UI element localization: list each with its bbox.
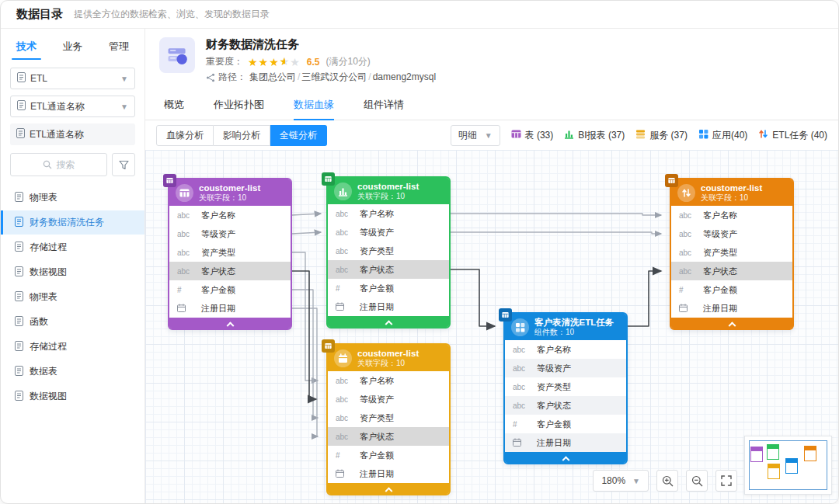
field-row[interactable]: abc客户状态 (328, 427, 449, 446)
field-row[interactable]: abc客户名称 (328, 371, 449, 390)
node-header[interactable]: 客户表清洗ETL任务组件数：10 (505, 314, 626, 340)
legend-item[interactable]: 服务 (37) (635, 129, 688, 142)
field-row[interactable]: #客户金额 (328, 446, 449, 464)
service-icon (635, 129, 646, 141)
sidebar-item[interactable]: 存储过程 (1, 335, 144, 359)
calendar-icon (336, 302, 344, 312)
field-row[interactable]: 注册日期 (169, 299, 291, 318)
field-row[interactable]: abc等级资产 (671, 224, 792, 243)
sidebar-tab-2[interactable]: 业务 (61, 36, 85, 60)
node-collapse-toggle[interactable] (671, 318, 792, 328)
field-row[interactable]: 注册日期 (328, 297, 449, 316)
sidebar-item[interactable]: 物理表 (1, 285, 144, 309)
node-collapse-toggle[interactable] (169, 318, 291, 328)
field-row[interactable]: 注册日期 (328, 464, 449, 483)
node-collapse-toggle[interactable] (505, 452, 626, 463)
filter-button[interactable] (112, 153, 135, 176)
path-segment[interactable]: 集团总公司 (249, 71, 296, 82)
mode-button-1[interactable]: 血缘分析 (156, 125, 214, 146)
grid-icon (698, 129, 708, 141)
field-row[interactable]: abc客户名称 (328, 204, 449, 223)
main-tab-1[interactable]: 概览 (164, 98, 184, 120)
sidebar-item[interactable]: 数据表 (1, 360, 144, 384)
field-row[interactable]: abc客户状态 (671, 262, 792, 280)
sidebar-item[interactable]: 存储过程 (1, 235, 144, 259)
field-row[interactable]: abc资产类型 (505, 377, 626, 396)
node-header[interactable]: coustomer-list关联字段：10 (169, 179, 291, 206)
lineage-node-etl-blue[interactable]: 客户表清洗ETL任务组件数：10abc客户名称abc等级资产abc资产类型abc… (503, 312, 628, 464)
sidebar-item-label: 物理表 (30, 290, 57, 304)
sidebar-item[interactable]: 财务数据清洗任务 (1, 210, 144, 235)
page-title: 数据目录 (16, 7, 63, 22)
sidebar-item[interactable]: 物理表 (1, 186, 144, 210)
mode-button-3[interactable]: 全链分析 (270, 125, 327, 146)
fullscreen-button[interactable] (715, 470, 737, 492)
sidebar-item[interactable]: 数据视图 (1, 260, 144, 284)
star-rating[interactable]: ★★★★★★ (248, 56, 301, 68)
zoom-in-button[interactable] (656, 470, 678, 492)
field-row[interactable]: abc资产类型 (169, 243, 291, 262)
document-icon (15, 192, 23, 204)
field-row[interactable]: 注册日期 (671, 299, 792, 318)
field-row[interactable]: #客户金额 (505, 415, 626, 433)
legend-item[interactable]: BI报表 (37) (564, 129, 625, 142)
search-input[interactable]: 搜索 (10, 153, 107, 176)
sidebar-item[interactable]: 函数 (1, 310, 144, 334)
field-row[interactable]: abc客户状态 (169, 262, 291, 280)
legend-item[interactable]: ETL任务 (40) (758, 129, 827, 142)
field-row[interactable]: #客户金额 (169, 280, 291, 299)
lineage-node-out-orange[interactable]: coustomer-list关联字段：10abc客户名称abc等级资产abc资产… (670, 178, 794, 330)
legend-label: 服务 (37) (649, 129, 688, 142)
node-collapse-toggle[interactable] (328, 483, 449, 494)
node-header[interactable]: coustomer-list关联字段：10 (671, 179, 792, 206)
field-row[interactable]: abc资产类型 (671, 243, 792, 262)
main-tab-2[interactable]: 作业拓扑图 (214, 98, 264, 120)
field-row[interactable]: abc等级资产 (328, 390, 449, 408)
field-row[interactable]: abc客户名称 (505, 340, 626, 359)
path-segment[interactable]: dameng2mysql (373, 71, 436, 82)
field-row[interactable]: abc等级资产 (505, 359, 626, 377)
legend-item[interactable]: 表 (33) (511, 129, 554, 142)
zoom-out-button[interactable] (686, 470, 708, 492)
detail-level-select[interactable]: 明细 ▼ (451, 125, 500, 146)
mode-button-2[interactable]: 影响分析 (214, 125, 270, 146)
field-row[interactable]: abc客户名称 (671, 206, 792, 224)
sidebar-item[interactable]: 数据视图 (1, 384, 144, 408)
legend-item[interactable]: 应用(40) (698, 129, 747, 142)
lineage-node-table-purple[interactable]: coustomer-list关联字段：10abc客户名称abc等级资产abc资产… (168, 178, 292, 330)
field-type: # (336, 284, 353, 293)
filter-select-2[interactable]: ETL通道名称▼ (10, 96, 135, 117)
field-row[interactable]: 注册日期 (505, 433, 626, 452)
lineage-node-bi-green[interactable]: coustomer-list关联字段：10abc客户名称abc等级资产abc资产… (326, 176, 451, 328)
table-illustration-icon (165, 43, 189, 67)
node-collapse-toggle[interactable] (328, 316, 449, 327)
field-type (513, 438, 530, 448)
lineage-canvas[interactable]: coustomer-list关联字段：10abc客户名称abc等级资产abc资产… (145, 150, 838, 504)
star-full-icon: ★ (259, 57, 269, 68)
filter-select-1[interactable]: ETL▼ (10, 68, 135, 89)
sidebar-tab-3[interactable]: 管理 (107, 36, 131, 60)
field-type: abc (336, 433, 353, 441)
main-tab-4[interactable]: 组件详情 (364, 98, 404, 120)
path-segment[interactable]: 三维武汉分公司 (301, 71, 367, 82)
field-row[interactable]: abc资产类型 (328, 242, 449, 260)
field-row[interactable]: abc客户状态 (505, 396, 626, 415)
sidebar-tab-1[interactable]: 技术 (15, 36, 38, 60)
field-type: abc (336, 377, 353, 385)
field-row[interactable]: abc资产类型 (328, 408, 449, 427)
field-type (679, 304, 696, 314)
minimap[interactable] (744, 436, 832, 495)
field-row[interactable]: abc等级资产 (328, 223, 449, 242)
lineage-node-service-yellow[interactable]: coustomer-list关联字段：10abc客户名称abc等级资产abc资产… (326, 343, 451, 495)
field-row[interactable]: abc客户状态 (328, 260, 449, 279)
field-type (336, 469, 353, 479)
field-row[interactable]: #客户金额 (328, 279, 449, 297)
field-row[interactable]: #客户金额 (671, 280, 792, 299)
zoom-level-select[interactable]: 180% ▼ (593, 470, 649, 492)
node-header[interactable]: coustomer-list关联字段：10 (328, 345, 449, 371)
field-row[interactable]: abc客户名称 (169, 206, 291, 224)
field-row[interactable]: abc等级资产 (169, 224, 291, 243)
field-type: abc (513, 383, 530, 391)
main-tab-3[interactable]: 数据血缘 (294, 98, 334, 120)
node-header[interactable]: coustomer-list关联字段：10 (328, 178, 449, 204)
